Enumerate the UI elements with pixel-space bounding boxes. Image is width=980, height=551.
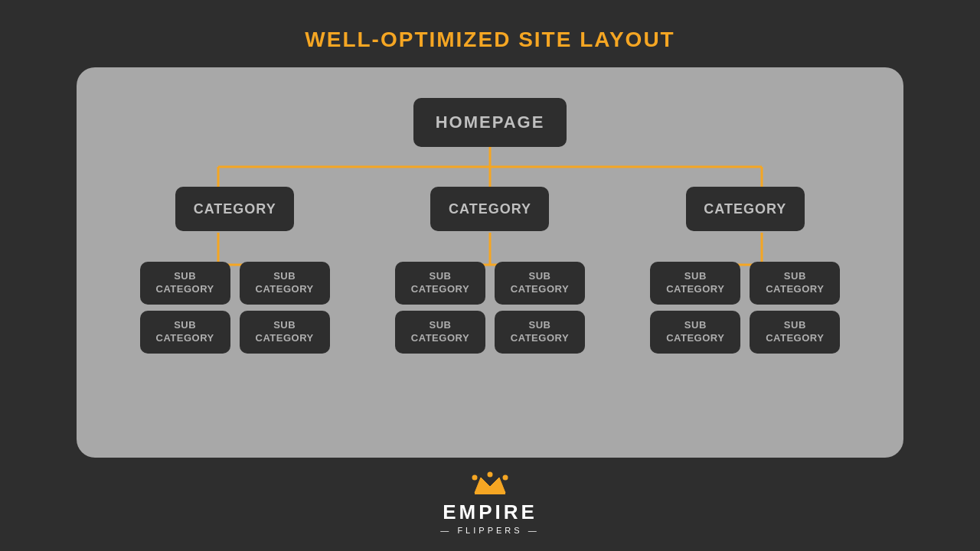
category-node-3: CATEGORY — [686, 187, 805, 231]
sub-node-3-3: SUBCATEGORY — [650, 311, 740, 354]
sub-group-3b: SUBCATEGORY SUBCATEGORY — [650, 311, 840, 354]
category-node-1: CATEGORY — [175, 187, 294, 231]
sub-node-3-1: SUBCATEGORY — [650, 262, 740, 305]
sub-node-3-2: SUBCATEGORY — [750, 262, 840, 305]
sub-group-1b: SUBCATEGORY SUBCATEGORY — [140, 311, 330, 354]
category-node-2: CATEGORY — [430, 187, 549, 231]
sub-group-3: SUBCATEGORY SUBCATEGORY — [650, 262, 840, 305]
brand-footer: EMPIRE — FLIPPERS — — [440, 471, 539, 535]
sub-node-1-1: SUBCATEGORY — [140, 262, 230, 305]
sub-node-2-3: SUBCATEGORY — [395, 311, 485, 354]
svg-rect-18 — [475, 491, 505, 494]
sub-group-1: SUBCATEGORY SUBCATEGORY — [140, 262, 330, 305]
crown-icon — [472, 471, 508, 497]
sub-node-1-4: SUBCATEGORY — [240, 311, 330, 354]
sub-node-2-2: SUBCATEGORY — [495, 262, 585, 305]
diagram-container: HOMEPAGE CATEGORY CATEGORY CATEGORY SUBC… — [77, 67, 903, 458]
sub-node-2-1: SUBCATEGORY — [395, 262, 485, 305]
sub-node-3-4: SUBCATEGORY — [750, 311, 840, 354]
sub-node-1-2: SUBCATEGORY — [240, 262, 330, 305]
homepage-node: HOMEPAGE — [413, 98, 567, 147]
sub-group-2b: SUBCATEGORY SUBCATEGORY — [395, 311, 585, 354]
sub-group-2: SUBCATEGORY SUBCATEGORY — [395, 262, 585, 305]
svg-point-20 — [487, 472, 492, 478]
sub-node-1-3: SUBCATEGORY — [140, 311, 230, 354]
svg-point-21 — [502, 475, 508, 481]
page-title: WELL-OPTIMIZED SITE LAYOUT — [305, 28, 675, 52]
sub-node-2-4: SUBCATEGORY — [495, 311, 585, 354]
svg-marker-17 — [475, 478, 505, 493]
brand-name: EMPIRE — [443, 500, 537, 524]
brand-sub: — FLIPPERS — — [440, 526, 539, 535]
svg-point-19 — [472, 475, 477, 481]
